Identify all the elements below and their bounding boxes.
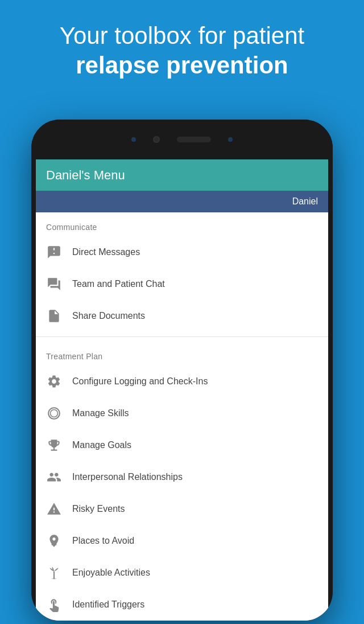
menu-item-share-documents[interactable]: Share Documents	[36, 300, 328, 332]
menu-item-direct-messages[interactable]: Direct Messages	[36, 236, 328, 268]
camera-icon	[153, 136, 160, 143]
direct-messages-label: Direct Messages	[72, 247, 140, 257]
menu-item-manage-goals[interactable]: Manage Goals	[36, 429, 328, 461]
hero-line1: Your toolbox for patient	[23, 22, 341, 50]
palm-tree-icon	[46, 565, 62, 581]
trophy-icon	[46, 437, 62, 453]
app-bar-title: Daniel's Menu	[46, 168, 125, 183]
enjoyable-activities-label: Enjoyable Activities	[72, 568, 150, 578]
hero-section: Your toolbox for patient relapse prevent…	[0, 0, 364, 93]
menu-item-team-patient-chat[interactable]: Team and Patient Chat	[36, 268, 328, 300]
svg-point-1	[53, 250, 55, 252]
menu-content: Communicate Direct Messages	[36, 212, 328, 621]
user-label: Daniel	[292, 196, 318, 207]
hero-line2: relapse prevention	[23, 50, 341, 81]
manage-skills-label: Manage Skills	[72, 408, 129, 418]
chat-bubble-icon	[46, 244, 62, 260]
risky-events-label: Risky Events	[72, 504, 125, 514]
sensor-icon	[131, 137, 136, 142]
chat-bubble-outline-icon	[46, 276, 62, 292]
svg-rect-5	[53, 572, 55, 579]
menu-item-places-to-avoid[interactable]: Places to Avoid	[36, 525, 328, 557]
menu-item-identified-triggers[interactable]: Identified Triggers	[36, 589, 328, 621]
secondary-bar: Daniel	[36, 191, 328, 212]
circle-check-icon	[46, 405, 62, 421]
people-icon	[46, 469, 62, 485]
sensor2-icon	[228, 137, 233, 142]
treatment-plan-section-header: Treatment Plan	[36, 342, 328, 366]
triangle-warning-icon	[46, 501, 62, 517]
svg-point-3	[51, 410, 58, 417]
section-divider	[36, 336, 328, 337]
svg-point-6	[52, 578, 57, 579]
treatment-plan-section: Treatment Plan Configure Logging and Che…	[36, 342, 328, 621]
communicate-section-header: Communicate	[36, 212, 328, 236]
phone-shell: Daniel's Menu Daniel Communicate	[31, 120, 333, 621]
settings-gear-icon	[46, 373, 62, 389]
app-bar: Daniel's Menu	[36, 159, 328, 191]
menu-item-interpersonal[interactable]: Interpersonal Relationships	[36, 461, 328, 493]
menu-item-manage-skills[interactable]: Manage Skills	[36, 397, 328, 429]
menu-item-enjoyable-activities[interactable]: Enjoyable Activities	[36, 557, 328, 589]
phone-top-bezel	[31, 120, 333, 159]
places-to-avoid-label: Places to Avoid	[72, 536, 134, 546]
configure-logging-label: Configure Logging and Check-Ins	[72, 376, 208, 387]
phone-screen: Daniel's Menu Daniel Communicate	[36, 159, 328, 621]
share-documents-label: Share Documents	[72, 311, 145, 321]
team-patient-chat-label: Team and Patient Chat	[72, 279, 165, 289]
svg-point-0	[51, 250, 52, 252]
menu-item-configure-logging[interactable]: Configure Logging and Check-Ins	[36, 366, 328, 397]
interpersonal-label: Interpersonal Relationships	[72, 472, 183, 482]
identified-triggers-label: Identified Triggers	[72, 600, 144, 610]
speaker-grille	[177, 137, 211, 142]
manage-goals-label: Manage Goals	[72, 440, 131, 450]
finger-touch-icon	[46, 597, 62, 613]
document-icon	[46, 308, 62, 324]
menu-item-risky-events[interactable]: Risky Events	[36, 493, 328, 525]
pin-location-icon	[46, 533, 62, 549]
svg-point-2	[56, 250, 57, 252]
